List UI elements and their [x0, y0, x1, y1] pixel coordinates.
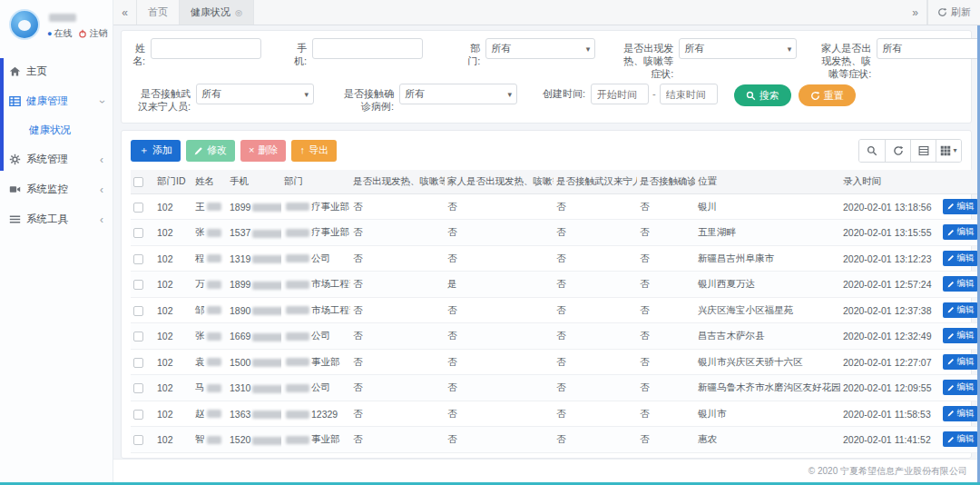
- cell-family-symptom: 否: [445, 401, 554, 427]
- cell-confirmed-contact: 否: [637, 375, 695, 401]
- row-checkbox[interactable]: [133, 383, 143, 393]
- name-filter-input[interactable]: [151, 38, 261, 59]
- row-edit-button[interactable]: 编辑: [943, 328, 978, 343]
- cell-actions: 编辑×删除: [933, 427, 980, 453]
- cell-name: 张: [192, 323, 227, 350]
- row-checkbox[interactable]: [133, 358, 143, 368]
- row-edit-button[interactable]: 编辑: [943, 406, 978, 421]
- table-row[interactable]: 102马1310公司否否否否新疆乌鲁木齐市水磨沟区友好花园二期2020-02-0…: [131, 375, 980, 401]
- table-row[interactable]: 102程1319公司否否否否新疆昌吉州阜康市2020-02-01 13:12:2…: [131, 245, 980, 272]
- table-view-toggle-button[interactable]: [910, 140, 936, 162]
- cell-location: 银川西夏万达: [695, 272, 840, 298]
- cell-wuhan-contact: 否: [554, 245, 637, 272]
- row-edit-button[interactable]: 编辑: [943, 251, 978, 266]
- add-button[interactable]: ＋ 添加: [131, 140, 181, 162]
- table-row[interactable]: 102邹1890市场工程部否否否否兴庆区海宝小区福星苑2020-02-01 12…: [131, 297, 980, 323]
- tab-health-status[interactable]: 健康状况 ◎: [180, 0, 254, 25]
- table-columns-button[interactable]: ▾: [936, 140, 961, 162]
- avatar[interactable]: [9, 9, 40, 40]
- cell-confirmed-contact: 否: [637, 323, 695, 350]
- confirmed-filter-select[interactable]: 所有 ▾: [399, 84, 517, 104]
- row-edit-button[interactable]: 编辑: [943, 354, 978, 370]
- export-button[interactable]: ↑ 导出: [291, 140, 337, 162]
- start-date-input[interactable]: [591, 84, 649, 104]
- cell-symptom: 否: [350, 323, 445, 350]
- row-checkbox[interactable]: [133, 228, 143, 238]
- close-icon[interactable]: ◎: [235, 8, 242, 17]
- sidebar-active-accent: [0, 58, 4, 171]
- cell-confirmed-contact: 否: [637, 401, 695, 427]
- cell-actions: 编辑×删除: [933, 220, 980, 246]
- table-row[interactable]: 102万1899市场工程部否是否否银川西夏万达2020-02-01 12:57:…: [131, 272, 980, 298]
- refresh-page-button[interactable]: 刷新: [927, 0, 980, 25]
- cell-actions: 编辑×删除: [933, 401, 980, 427]
- tab-home[interactable]: 首页: [137, 0, 180, 25]
- sidebar-item-health-status[interactable]: 健康状况: [0, 116, 113, 144]
- table-refresh-button[interactable]: [885, 140, 910, 162]
- redacted-text: [286, 229, 309, 237]
- cell-dept-id: 102: [154, 297, 192, 323]
- dept-filter-select[interactable]: 所有 ▾: [485, 38, 595, 59]
- table-panel: ＋ 添加 修改 × 删除 ↑ 导出: [121, 130, 972, 459]
- sidebar-item-health-management[interactable]: 健康管理 ‹: [0, 86, 113, 116]
- cell-symptom: 否: [350, 220, 445, 246]
- home-icon: [9, 65, 21, 77]
- table-toolbar: ＋ 添加 修改 × 删除 ↑ 导出: [131, 139, 962, 163]
- tabs-scroll-left-button[interactable]: «: [113, 0, 137, 25]
- table-row[interactable]: 102智1520事业部否否否否惠农2020-02-01 11:41:52编辑×删…: [131, 427, 980, 453]
- sidebar-item-system-tools[interactable]: 系统工具 ‹: [0, 204, 113, 234]
- cell-dept: 公司: [281, 375, 350, 401]
- sidebar-item-system-management[interactable]: 系统管理 ‹: [0, 144, 113, 174]
- row-checkbox[interactable]: [133, 306, 143, 316]
- table-row[interactable]: 102袁1500事业部否否否否银川市兴庆区天骄十六区2020-02-01 12:…: [131, 349, 980, 375]
- sidebar-item-label: 主页: [26, 64, 47, 78]
- column-header: 位置: [695, 170, 840, 194]
- symptom-filter-select[interactable]: 所有 ▾: [679, 38, 797, 59]
- modify-button[interactable]: 修改: [186, 140, 235, 162]
- cell-dept-id: 102: [154, 375, 192, 401]
- reset-button[interactable]: 重置: [799, 84, 856, 106]
- delete-button-label: 删除: [258, 144, 278, 157]
- cell-name: 张: [192, 220, 227, 246]
- row-checkbox[interactable]: [133, 410, 143, 420]
- sidebar-item-system-monitor[interactable]: 系统监控 ‹: [0, 174, 113, 204]
- redacted-text: [207, 281, 221, 289]
- delete-button[interactable]: × 删除: [240, 140, 286, 162]
- column-header: 部门ID: [154, 170, 192, 194]
- table-search-toggle-button[interactable]: [859, 140, 885, 162]
- online-status-label: 在线: [54, 27, 72, 40]
- end-date-input[interactable]: [660, 84, 718, 104]
- cell-dept: 事业部: [281, 427, 350, 453]
- sidebar-item-home[interactable]: 主页: [0, 56, 113, 86]
- wuhan-filter-select[interactable]: 所有 ▾: [196, 84, 314, 104]
- family-filter-select[interactable]: 所有 ▾: [877, 38, 980, 59]
- logout-link[interactable]: 注销: [89, 27, 107, 40]
- row-edit-button[interactable]: 编辑: [943, 302, 978, 318]
- cell-entry-time: 2020-02-01 12:09:55: [840, 375, 933, 401]
- search-button[interactable]: 搜索: [734, 84, 791, 106]
- row-edit-button[interactable]: 编辑: [943, 224, 978, 240]
- table-row[interactable]: 102赵136312329否否否否银川市2020-02-01 11:58:53编…: [131, 401, 980, 427]
- redacted-text: [252, 255, 281, 263]
- table-options-group: ▾: [858, 139, 962, 163]
- table-row[interactable]: 102张1669公司否否否否昌吉吉木萨尔县2020-02-01 12:32:49…: [131, 323, 980, 350]
- table-row[interactable]: 102王1899疗事业部否否否否银川2020-02-01 13:18:56编辑×…: [131, 193, 980, 220]
- row-edit-button[interactable]: 编辑: [943, 199, 978, 214]
- row-edit-button[interactable]: 编辑: [943, 431, 978, 447]
- row-edit-button[interactable]: 编辑: [943, 276, 978, 292]
- search-button-label: 搜索: [760, 89, 779, 103]
- cell-wuhan-contact: 否: [554, 427, 637, 453]
- row-checkbox[interactable]: [133, 435, 143, 445]
- row-edit-label: 编辑: [956, 252, 974, 264]
- select-all-checkbox[interactable]: [133, 177, 143, 187]
- row-checkbox[interactable]: [133, 332, 143, 341]
- row-edit-button[interactable]: 编辑: [943, 380, 978, 395]
- row-checkbox[interactable]: [133, 254, 143, 264]
- sidebar-item-label: 健康管理: [26, 94, 68, 108]
- tabs-scroll-right-button[interactable]: »: [904, 0, 927, 25]
- phone-filter-input[interactable]: [312, 38, 423, 59]
- table-header: 部门ID姓名手机部门是否出现发热、咳嗽等症状家人是否出现发热、咳嗽等症状是否接触…: [131, 170, 980, 194]
- row-checkbox[interactable]: [133, 280, 143, 290]
- table-row[interactable]: 102张1537疗事业部否否否否五里湖畔2020-02-01 13:15:55编…: [131, 220, 980, 246]
- row-checkbox[interactable]: [133, 203, 143, 213]
